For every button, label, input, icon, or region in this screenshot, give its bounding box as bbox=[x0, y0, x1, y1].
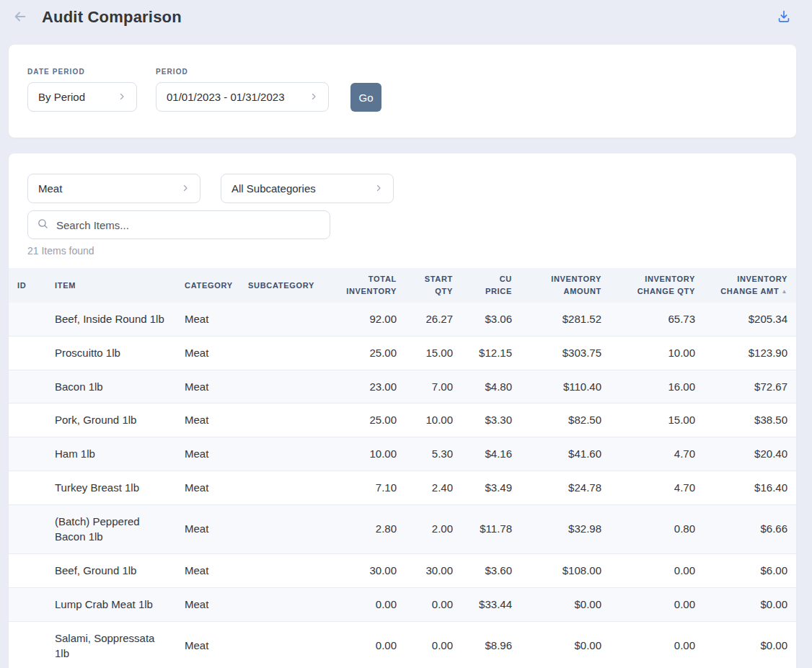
date-period-select[interactable]: By Period bbox=[27, 82, 137, 112]
cell-inventory-change-amt: $0.00 bbox=[704, 621, 796, 668]
cell-cu-price: $3.30 bbox=[462, 404, 521, 437]
column-header-subcategory[interactable]: SUBCATEGORY bbox=[239, 268, 325, 303]
column-header-cu-price[interactable]: CU PRICE bbox=[462, 268, 521, 303]
cell-id bbox=[9, 587, 46, 621]
cell-subcategory bbox=[239, 404, 325, 437]
cell-inventory-amount: $24.78 bbox=[521, 471, 610, 504]
cell-inventory-amount: $281.52 bbox=[521, 303, 610, 336]
cell-inventory-amount: $110.40 bbox=[521, 370, 610, 404]
cell-category: Meat bbox=[176, 437, 239, 471]
cell-inventory-change-qty: 16.00 bbox=[610, 370, 704, 404]
search-box bbox=[27, 210, 330, 239]
cell-id bbox=[9, 471, 46, 504]
subcategory-select[interactable]: All Subcategories bbox=[221, 174, 394, 203]
cell-inventory-change-qty: 15.00 bbox=[610, 404, 704, 437]
cell-inventory-change-qty: 65.73 bbox=[610, 303, 704, 336]
cell-subcategory bbox=[239, 471, 325, 504]
category-select[interactable]: Meat bbox=[27, 174, 200, 203]
cell-item: Proscuitto 1lb bbox=[46, 336, 176, 370]
top-bar: Audit Comparison bbox=[0, 0, 812, 35]
subcategory-value: All Subcategories bbox=[231, 182, 316, 195]
column-header-total-inventory[interactable]: TOTAL INVENTORY bbox=[325, 268, 405, 303]
cell-start-qty: 15.00 bbox=[405, 336, 462, 370]
cell-inventory-amount: $41.60 bbox=[521, 437, 610, 471]
cell-cu-price: $11.78 bbox=[462, 504, 521, 554]
cell-subcategory bbox=[239, 554, 325, 588]
search-input[interactable] bbox=[56, 219, 321, 231]
period-filter-card: DATE PERIOD By Period PERIOD 01/01/2023 … bbox=[9, 45, 796, 138]
cell-cu-price: $3.06 bbox=[462, 303, 521, 336]
table-row[interactable]: Ham 1lbMeat10.005.30$4.16$41.604.70$20.4… bbox=[9, 437, 796, 471]
cell-item: Ham 1lb bbox=[46, 437, 176, 471]
table-row[interactable]: Bacon 1lbMeat23.007.00$4.80$110.4016.00$… bbox=[9, 370, 796, 404]
cell-inventory-change-amt: $16.40 bbox=[704, 471, 796, 504]
table-row[interactable]: Proscuitto 1lbMeat25.0015.00$12.15$303.7… bbox=[9, 336, 796, 370]
column-header-inventory-amount[interactable]: INVENTORY AMOUNT bbox=[521, 268, 610, 303]
cell-cu-price: $3.49 bbox=[462, 471, 521, 504]
cell-inventory-change-qty: 0.00 bbox=[610, 554, 704, 588]
cell-inventory-change-amt: $123.90 bbox=[704, 336, 796, 370]
period-value: 01/01/2023 - 01/31/2023 bbox=[167, 91, 284, 103]
cell-start-qty: 7.00 bbox=[405, 370, 462, 404]
column-header-category[interactable]: CATEGORY bbox=[176, 268, 239, 303]
table-row[interactable]: Lump Crab Meat 1lbMeat0.000.00$33.44$0.0… bbox=[9, 587, 796, 621]
cell-category: Meat bbox=[176, 404, 239, 437]
cell-subcategory bbox=[239, 437, 325, 471]
cell-total-inventory: 10.00 bbox=[325, 437, 405, 471]
cell-total-inventory: 92.00 bbox=[325, 303, 405, 336]
table-header: IDITEMCATEGORYSUBCATEGORYTOTAL INVENTORY… bbox=[9, 268, 796, 303]
column-header-id[interactable]: ID bbox=[9, 268, 46, 303]
table-row[interactable]: (Batch) Peppered Bacon 1lbMeat2.802.00$1… bbox=[9, 504, 796, 554]
cell-subcategory bbox=[239, 621, 325, 668]
cell-total-inventory: 23.00 bbox=[325, 370, 405, 404]
category-value: Meat bbox=[38, 182, 62, 195]
page-title: Audit Comparison bbox=[42, 8, 182, 27]
cell-subcategory bbox=[239, 303, 325, 336]
cell-item: Salami, Soppressata 1lb bbox=[46, 621, 176, 668]
column-header-item[interactable]: ITEM bbox=[46, 268, 176, 303]
cell-inventory-change-qty: 0.80 bbox=[610, 504, 704, 554]
cell-item: Beef, Inside Round 1lb bbox=[46, 303, 176, 336]
go-button[interactable]: Go bbox=[350, 83, 381, 112]
column-header-inventory-change-amt[interactable]: INVENTORY CHANGE AMT▲ bbox=[704, 268, 796, 303]
cell-cu-price: $33.44 bbox=[462, 587, 521, 621]
cell-category: Meat bbox=[176, 370, 239, 404]
cell-total-inventory: 0.00 bbox=[325, 587, 405, 621]
cell-subcategory bbox=[239, 336, 325, 370]
column-header-start-qty[interactable]: START QTY bbox=[405, 268, 462, 303]
table-row[interactable]: Beef, Inside Round 1lbMeat92.0026.27$3.0… bbox=[9, 303, 796, 336]
cell-start-qty: 2.00 bbox=[405, 504, 462, 554]
cell-id bbox=[9, 504, 46, 554]
table-row[interactable]: Turkey Breast 1lbMeat7.102.40$3.49$24.78… bbox=[9, 471, 796, 504]
cell-total-inventory: 25.00 bbox=[325, 336, 405, 370]
cell-id bbox=[9, 554, 46, 588]
cell-start-qty: 10.00 bbox=[405, 404, 462, 437]
period-select[interactable]: 01/01/2023 - 01/31/2023 bbox=[156, 82, 329, 112]
cell-item: Pork, Ground 1lb bbox=[46, 404, 176, 437]
cell-start-qty: 0.00 bbox=[405, 587, 462, 621]
table-row[interactable]: Beef, Ground 1lbMeat30.0030.00$3.60$108.… bbox=[9, 554, 796, 588]
cell-inventory-change-amt: $205.34 bbox=[704, 303, 796, 336]
cell-category: Meat bbox=[176, 587, 239, 621]
date-period-label: DATE PERIOD bbox=[27, 68, 137, 76]
cell-inventory-change-amt: $38.50 bbox=[704, 404, 796, 437]
cell-subcategory bbox=[239, 587, 325, 621]
cell-inventory-change-qty: 4.70 bbox=[610, 437, 704, 471]
download-button[interactable] bbox=[772, 5, 796, 30]
table-row[interactable]: Pork, Ground 1lbMeat25.0010.00$3.30$82.5… bbox=[9, 404, 796, 437]
cell-inventory-amount: $0.00 bbox=[521, 587, 610, 621]
items-found-count: 21 Items found bbox=[27, 245, 777, 257]
cell-start-qty: 2.40 bbox=[405, 471, 462, 504]
cell-category: Meat bbox=[176, 621, 239, 668]
cell-id bbox=[9, 303, 46, 336]
cell-start-qty: 30.00 bbox=[405, 554, 462, 588]
chevron-right-icon bbox=[309, 91, 318, 103]
cell-total-inventory: 7.10 bbox=[325, 471, 405, 504]
cell-id bbox=[9, 437, 46, 471]
search-icon bbox=[37, 218, 49, 233]
back-button[interactable] bbox=[9, 6, 32, 29]
chevron-right-icon bbox=[374, 182, 383, 195]
table-row[interactable]: Salami, Soppressata 1lbMeat0.000.00$8.96… bbox=[9, 621, 796, 668]
column-header-inventory-change-qty[interactable]: INVENTORY CHANGE QTY bbox=[610, 268, 704, 303]
audit-comparison-table: IDITEMCATEGORYSUBCATEGORYTOTAL INVENTORY… bbox=[9, 268, 796, 668]
